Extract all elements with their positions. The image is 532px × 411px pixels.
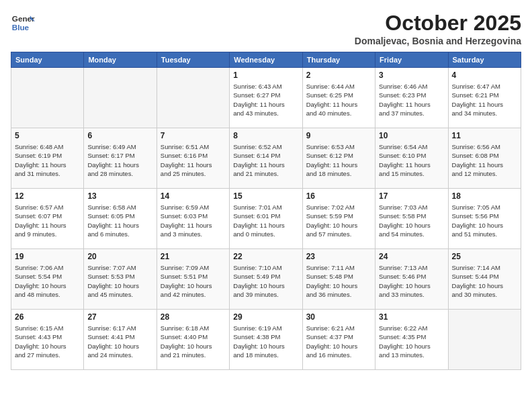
day-info: Sunrise: 6:49 AM Sunset: 6:17 PM Dayligh… — [87, 142, 152, 178]
day-number: 2 — [306, 71, 371, 80]
weekday-header-saturday: Saturday — [448, 52, 521, 68]
day-info: Sunrise: 6:22 AM Sunset: 4:35 PM Dayligh… — [379, 324, 444, 359]
day-info: Sunrise: 6:46 AM Sunset: 6:23 PM Dayligh… — [379, 82, 444, 118]
calendar-cell: 21Sunrise: 7:09 AM Sunset: 5:51 PM Dayli… — [157, 249, 229, 310]
day-number: 11 — [452, 131, 517, 140]
week-row-3: 12Sunrise: 6:57 AM Sunset: 6:07 PM Dayli… — [11, 189, 521, 249]
calendar-table: SundayMondayTuesdayWednesdayThursdayFrid… — [11, 52, 521, 370]
calendar-cell: 3Sunrise: 6:46 AM Sunset: 6:23 PM Daylig… — [375, 68, 448, 128]
calendar-cell: 7Sunrise: 6:51 AM Sunset: 6:16 PM Daylig… — [157, 128, 229, 189]
calendar-cell: 26Sunrise: 6:15 AM Sunset: 4:43 PM Dayli… — [11, 310, 84, 370]
calendar-cell: 22Sunrise: 7:10 AM Sunset: 5:49 PM Dayli… — [230, 249, 302, 310]
week-row-2: 5Sunrise: 6:48 AM Sunset: 6:19 PM Daylig… — [11, 128, 521, 189]
day-number: 21 — [161, 252, 226, 261]
day-info: Sunrise: 7:10 AM Sunset: 5:49 PM Dayligh… — [233, 263, 298, 299]
calendar-cell: 13Sunrise: 6:58 AM Sunset: 6:05 PM Dayli… — [84, 189, 157, 249]
weekday-header-monday: Monday — [84, 52, 157, 68]
day-info: Sunrise: 7:14 AM Sunset: 5:44 PM Dayligh… — [452, 263, 517, 299]
day-info: Sunrise: 7:05 AM Sunset: 5:56 PM Dayligh… — [452, 203, 517, 238]
calendar-cell — [157, 68, 229, 128]
day-info: Sunrise: 6:17 AM Sunset: 4:41 PM Dayligh… — [87, 324, 152, 359]
calendar-cell — [84, 68, 157, 128]
day-number: 16 — [306, 191, 371, 201]
weekday-header-sunday: Sunday — [11, 52, 84, 68]
day-number: 28 — [161, 312, 226, 322]
day-number: 20 — [87, 252, 152, 261]
weekday-header-wednesday: Wednesday — [230, 52, 302, 68]
calendar-cell: 18Sunrise: 7:05 AM Sunset: 5:56 PM Dayli… — [448, 189, 521, 249]
day-number: 15 — [233, 191, 298, 201]
day-number: 1 — [233, 71, 298, 80]
calendar-cell: 31Sunrise: 6:22 AM Sunset: 4:35 PM Dayli… — [375, 310, 448, 370]
calendar-cell: 8Sunrise: 6:52 AM Sunset: 6:14 PM Daylig… — [230, 128, 302, 189]
day-number: 19 — [15, 252, 80, 261]
day-info: Sunrise: 7:03 AM Sunset: 5:58 PM Dayligh… — [379, 203, 444, 238]
calendar-cell: 1Sunrise: 6:43 AM Sunset: 6:27 PM Daylig… — [230, 68, 302, 128]
calendar-cell: 5Sunrise: 6:48 AM Sunset: 6:19 PM Daylig… — [11, 128, 84, 189]
day-info: Sunrise: 6:56 AM Sunset: 6:08 PM Dayligh… — [452, 142, 517, 178]
title-block: October 2025 Domaljevac, Bosnia and Herz… — [355, 11, 521, 46]
logo: General Blue — [11, 11, 35, 35]
day-info: Sunrise: 7:02 AM Sunset: 5:59 PM Dayligh… — [306, 203, 371, 238]
day-number: 10 — [379, 131, 444, 140]
day-number: 9 — [306, 131, 371, 140]
logo-icon: General Blue — [11, 11, 35, 35]
calendar-cell: 16Sunrise: 7:02 AM Sunset: 5:59 PM Dayli… — [302, 189, 375, 249]
calendar-cell: 9Sunrise: 6:53 AM Sunset: 6:12 PM Daylig… — [302, 128, 375, 189]
day-info: Sunrise: 6:18 AM Sunset: 4:40 PM Dayligh… — [161, 324, 226, 359]
calendar-cell: 29Sunrise: 6:19 AM Sunset: 4:38 PM Dayli… — [230, 310, 302, 370]
week-row-5: 26Sunrise: 6:15 AM Sunset: 4:43 PM Dayli… — [11, 310, 521, 370]
day-number: 23 — [306, 252, 371, 261]
day-number: 31 — [379, 312, 444, 322]
weekday-header-tuesday: Tuesday — [157, 52, 229, 68]
calendar-cell: 24Sunrise: 7:13 AM Sunset: 5:46 PM Dayli… — [375, 249, 448, 310]
week-row-4: 19Sunrise: 7:06 AM Sunset: 5:54 PM Dayli… — [11, 249, 521, 310]
calendar-cell: 30Sunrise: 6:21 AM Sunset: 4:37 PM Dayli… — [302, 310, 375, 370]
day-number: 5 — [15, 131, 80, 140]
page-header: General Blue October 2025 Domaljevac, Bo… — [11, 11, 521, 46]
svg-text:Blue: Blue — [12, 23, 30, 32]
calendar-cell: 20Sunrise: 7:07 AM Sunset: 5:53 PM Dayli… — [84, 249, 157, 310]
day-info: Sunrise: 6:51 AM Sunset: 6:16 PM Dayligh… — [161, 142, 226, 178]
day-info: Sunrise: 6:59 AM Sunset: 6:03 PM Dayligh… — [161, 203, 226, 238]
day-number: 7 — [161, 131, 226, 140]
day-info: Sunrise: 6:57 AM Sunset: 6:07 PM Dayligh… — [15, 203, 80, 238]
calendar-cell: 25Sunrise: 7:14 AM Sunset: 5:44 PM Dayli… — [448, 249, 521, 310]
day-info: Sunrise: 6:48 AM Sunset: 6:19 PM Dayligh… — [15, 142, 80, 178]
calendar-cell: 28Sunrise: 6:18 AM Sunset: 4:40 PM Dayli… — [157, 310, 229, 370]
day-number: 6 — [87, 131, 152, 140]
calendar-cell — [448, 310, 521, 370]
day-info: Sunrise: 6:44 AM Sunset: 6:25 PM Dayligh… — [306, 82, 371, 118]
weekday-header-thursday: Thursday — [302, 52, 375, 68]
day-info: Sunrise: 7:06 AM Sunset: 5:54 PM Dayligh… — [15, 263, 80, 299]
day-info: Sunrise: 7:07 AM Sunset: 5:53 PM Dayligh… — [87, 263, 152, 299]
day-number: 30 — [306, 312, 371, 322]
day-number: 24 — [379, 252, 444, 261]
day-info: Sunrise: 6:47 AM Sunset: 6:21 PM Dayligh… — [452, 82, 517, 118]
day-info: Sunrise: 7:11 AM Sunset: 5:48 PM Dayligh… — [306, 263, 371, 299]
day-info: Sunrise: 6:54 AM Sunset: 6:10 PM Dayligh… — [379, 142, 444, 178]
calendar-cell: 2Sunrise: 6:44 AM Sunset: 6:25 PM Daylig… — [302, 68, 375, 128]
day-number: 18 — [452, 191, 517, 201]
day-info: Sunrise: 6:15 AM Sunset: 4:43 PM Dayligh… — [15, 324, 80, 359]
day-info: Sunrise: 6:53 AM Sunset: 6:12 PM Dayligh… — [306, 142, 371, 178]
day-number: 13 — [87, 191, 152, 201]
calendar-cell — [11, 68, 84, 128]
calendar-cell: 23Sunrise: 7:11 AM Sunset: 5:48 PM Dayli… — [302, 249, 375, 310]
day-number: 17 — [379, 191, 444, 201]
day-info: Sunrise: 6:21 AM Sunset: 4:37 PM Dayligh… — [306, 324, 371, 359]
day-info: Sunrise: 6:52 AM Sunset: 6:14 PM Dayligh… — [233, 142, 298, 178]
calendar-cell: 19Sunrise: 7:06 AM Sunset: 5:54 PM Dayli… — [11, 249, 84, 310]
day-info: Sunrise: 7:01 AM Sunset: 6:01 PM Dayligh… — [233, 203, 298, 238]
day-number: 27 — [87, 312, 152, 322]
day-info: Sunrise: 6:43 AM Sunset: 6:27 PM Dayligh… — [233, 82, 298, 118]
location-subtitle: Domaljevac, Bosnia and Herzegovina — [355, 36, 521, 46]
day-number: 26 — [15, 312, 80, 322]
day-info: Sunrise: 7:13 AM Sunset: 5:46 PM Dayligh… — [379, 263, 444, 299]
month-title: October 2025 — [355, 11, 521, 36]
calendar-cell: 14Sunrise: 6:59 AM Sunset: 6:03 PM Dayli… — [157, 189, 229, 249]
weekday-header-row: SundayMondayTuesdayWednesdayThursdayFrid… — [11, 52, 521, 68]
day-number: 29 — [233, 312, 298, 322]
day-number: 14 — [161, 191, 226, 201]
day-number: 12 — [15, 191, 80, 201]
